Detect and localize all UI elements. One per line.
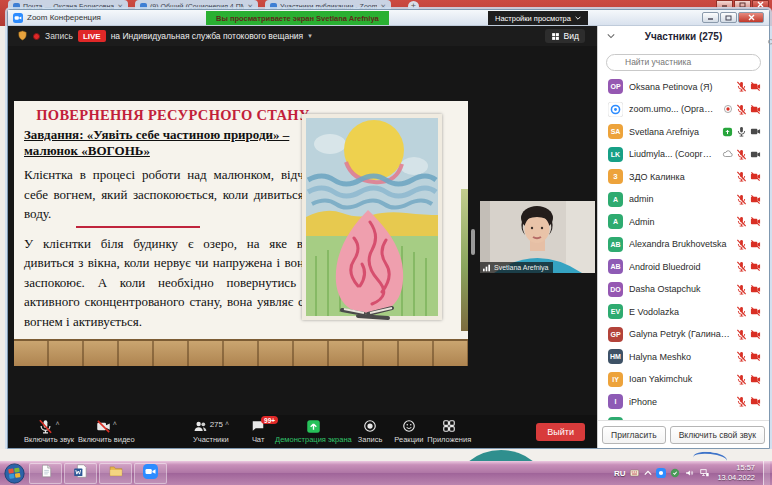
participant-row[interactable]: OPOksana Petinova (Я) xyxy=(598,76,769,99)
toolbar-video-muted[interactable]: ˄Включить видео xyxy=(78,419,135,444)
live-badge: LIVE xyxy=(78,30,106,42)
participant-name: Ioan Yakimchuk xyxy=(629,374,730,384)
taskbar-document-button[interactable] xyxy=(29,463,62,484)
word-icon xyxy=(73,463,88,483)
participant-row[interactable]: DODasha Ostapchuk xyxy=(598,278,769,301)
participants-header: Участники (275) xyxy=(598,26,769,47)
participants-list: OPOksana Petinova (Я)zoom.umo... (Органи… xyxy=(598,73,769,421)
participant-row[interactable] xyxy=(598,413,769,420)
avatar: GP xyxy=(608,327,623,342)
participant-row[interactable]: Aadmin xyxy=(598,188,769,211)
slide-paragraph-1: Клієнтка в процесі роботи над малюнком, … xyxy=(24,165,322,224)
unmute-self-button[interactable]: Включить свой звук xyxy=(670,426,765,444)
zoom-tray-icon[interactable] xyxy=(656,468,666,478)
grid-view-icon xyxy=(551,32,560,41)
participant-name: Android Bluedroid xyxy=(629,262,730,272)
wallpaper-swoosh xyxy=(692,450,727,461)
window-titlebar[interactable]: Zoom Конференция Вы просматриваете экран… xyxy=(8,10,769,26)
chevron-up-icon[interactable]: ˄ xyxy=(225,420,229,427)
participant-name: Oksana Petinova (Я) xyxy=(629,82,730,92)
toolbar-reactions[interactable]: Реакции xyxy=(394,419,423,444)
taskbar-clock[interactable]: 15:57 13.04.2022 xyxy=(717,463,755,483)
taskbar-explorer-button[interactable] xyxy=(99,463,132,484)
participant-row[interactable]: EVE Vodolazka xyxy=(598,301,769,324)
browser-maximize-button[interactable] xyxy=(734,0,751,9)
wallpaper-circle xyxy=(455,450,547,461)
invite-button[interactable]: Пригласить xyxy=(602,426,666,444)
taskbar-word-button[interactable] xyxy=(64,463,97,484)
toolbar-record[interactable]: Запись xyxy=(358,419,383,444)
toolbar-share-screen[interactable]: Демонстрация экрана xyxy=(275,419,352,444)
language-indicator[interactable]: RU xyxy=(614,469,626,478)
participant-row[interactable]: IiPhone xyxy=(598,391,769,414)
close-button[interactable] xyxy=(738,12,764,23)
collapse-chevron-icon[interactable] xyxy=(607,33,615,39)
defender-icon[interactable] xyxy=(670,468,680,478)
show-desktop-button[interactable] xyxy=(763,461,770,485)
participant-status-icons xyxy=(736,374,761,385)
explorer-icon xyxy=(108,464,124,482)
taskbar-zoom-app-button[interactable] xyxy=(134,463,167,484)
second-drawing-edge xyxy=(461,189,468,331)
maximize-button[interactable] xyxy=(720,12,737,23)
participant-row[interactable]: zoom.umo... (Организатор) xyxy=(598,98,769,121)
leave-meeting-button[interactable]: Выйти xyxy=(536,423,585,441)
shared-screen-region: Запись LIVE на Индивидуальная служба пот… xyxy=(8,26,597,448)
share-screen-icon xyxy=(306,419,321,434)
participant-row[interactable]: AAdmin xyxy=(598,211,769,234)
browser-close-button[interactable] xyxy=(752,0,769,9)
speaker-video-thumbnail[interactable]: Svetlana Arefniya xyxy=(480,201,595,273)
participant-row[interactable]: HMHalyna Meshko xyxy=(598,346,769,369)
avatar xyxy=(608,102,623,117)
participant-row[interactable]: LKLiudmyla... (Соорганизатор) xyxy=(598,143,769,166)
toolbar-participants[interactable]: 275˄Участники xyxy=(193,419,229,444)
toolbar-mic-muted[interactable]: ˄Включить звук xyxy=(24,419,74,444)
toolbar-chat[interactable]: 99+Чат xyxy=(251,419,265,444)
speaker-icon[interactable] xyxy=(684,468,695,478)
clock-time: 15:57 xyxy=(717,463,755,473)
slide-divider xyxy=(76,226,200,228)
security-shield-icon xyxy=(17,27,28,45)
avatar: I xyxy=(608,394,623,409)
keyboard-icon[interactable] xyxy=(629,468,640,478)
chevron-up-icon[interactable] xyxy=(644,470,652,476)
participants-icon: 275˄ xyxy=(193,419,229,434)
video-panel-handle[interactable] xyxy=(471,229,475,255)
participant-row[interactable]: IYIoan Yakimchuk xyxy=(598,368,769,391)
participant-name: iPhone xyxy=(629,397,730,407)
screen-share-banner: Вы просматриваете экран Svetlana Arefniy… xyxy=(206,11,389,25)
recording-label: Запись xyxy=(45,31,73,41)
toolbar-apps[interactable]: Приложения xyxy=(427,419,471,444)
live-stream-selector[interactable]: на Индивидуальная служба потокового веща… xyxy=(111,31,304,41)
participant-row[interactable]: ABAndroid Bluedroid xyxy=(598,256,769,279)
participant-status-icons xyxy=(722,149,761,160)
search-participant-input[interactable] xyxy=(606,54,761,71)
view-settings-button[interactable]: Настройки просмотра xyxy=(488,11,588,25)
video-muted-icon: ˄ xyxy=(96,419,117,434)
browser-minimize-button[interactable] xyxy=(716,0,733,9)
chevron-up-icon[interactable]: ˄ xyxy=(55,420,59,427)
participant-status-icons xyxy=(723,104,761,115)
toolbar-label: Реакции xyxy=(394,435,423,444)
participant-row[interactable]: ABAlexandra Brukhovetska xyxy=(598,233,769,256)
network-icon[interactable] xyxy=(699,468,710,478)
chevron-up-icon[interactable]: ˄ xyxy=(113,420,117,427)
wooden-floor xyxy=(14,339,468,366)
minimize-button[interactable] xyxy=(702,12,719,23)
participant-row[interactable]: GPGalyna Petryk (Галина Петрик) xyxy=(598,323,769,346)
view-button[interactable]: Вид xyxy=(545,29,585,43)
participant-name: E Vodolazka xyxy=(629,307,730,317)
participant-name: Dasha Ostapchuk xyxy=(629,284,730,294)
zoom-logo-icon xyxy=(13,9,23,27)
start-button[interactable] xyxy=(4,463,25,484)
avatar: HM xyxy=(608,349,623,364)
avatar: З xyxy=(608,169,623,184)
toolbar-label: Включить видео xyxy=(78,435,135,444)
zoom-meeting-window: Zoom Конференция Вы просматриваете экран… xyxy=(7,9,770,449)
participant-status-icons xyxy=(736,284,761,295)
window-title: Zoom Конференция xyxy=(27,13,101,22)
participant-row[interactable]: SASvetlana Arefniya xyxy=(598,121,769,144)
windows-taskbar: RU 15:57 13.04.2022 xyxy=(0,461,772,485)
slide-task-line1: Завдання: «Уявіть себе частиною природи»… xyxy=(24,127,322,143)
participant-row[interactable]: ЗЗДО Калинка xyxy=(598,166,769,189)
